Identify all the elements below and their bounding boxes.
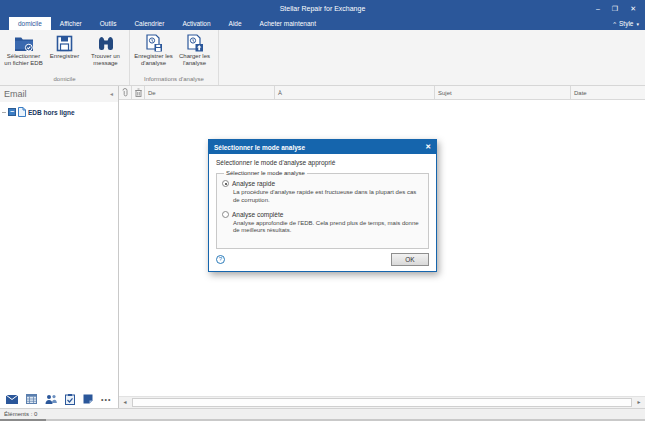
document-icon (18, 107, 26, 117)
button-label: Trouver un message (85, 53, 126, 67)
ribbon-group-domicile: Sélectionner un fichier EDB Enregistrer (0, 30, 130, 85)
option-label: Analyse complète (232, 211, 283, 218)
dialog-title-bar: Sélectionner le mode analyse ✕ (209, 140, 436, 154)
scroll-left-icon[interactable]: ◄ (119, 397, 131, 408)
scrollbar-thumb[interactable] (132, 398, 632, 407)
binoculars-icon (97, 33, 115, 52)
save-scan-info-button[interactable]: Enregistrer les d'analyse (133, 31, 174, 74)
tree-branch-line (2, 112, 6, 113)
tab-afficher[interactable]: Afficher (51, 17, 91, 30)
option-description: Analyse approfondie de l'EDB. Cela prend… (233, 220, 423, 236)
collapse-pane-icon[interactable]: ◄ (109, 91, 114, 97)
style-selector[interactable]: ^ Style ▾ (613, 17, 639, 30)
folder-check-icon (14, 33, 34, 52)
scan-mode-groupbox: Sélectionner le mode analyse Analyse rap… (216, 170, 429, 249)
option-description: La procédure d'analyse rapide est fructu… (233, 189, 423, 205)
contacts-module-icon[interactable] (45, 394, 57, 404)
ok-button[interactable]: OK (391, 253, 429, 266)
quick-scan-option[interactable]: Analyse rapide La procédure d'analyse ra… (222, 180, 423, 205)
deleted-column-header[interactable] (132, 86, 145, 99)
load-scan-info-button[interactable]: Charger les l'analyse (174, 31, 215, 74)
save-button[interactable]: Enregistrer (44, 31, 85, 74)
close-icon[interactable]: ✕ (630, 0, 636, 17)
dialog-footer: ? OK (209, 249, 436, 271)
help-icon[interactable]: ? (216, 255, 225, 264)
scan-load-icon (185, 33, 204, 52)
save-icon (56, 33, 73, 52)
column-header-from[interactable]: De (145, 86, 275, 99)
dialog-title: Sélectionner le mode analyse (214, 144, 305, 151)
module-switcher: ••• (0, 390, 118, 408)
maximize-icon[interactable]: ❐ (612, 0, 618, 17)
column-header-to[interactable]: À (275, 86, 435, 99)
tab-outils[interactable]: Outils (91, 17, 126, 30)
status-bar: Éléments : 0 (0, 408, 645, 419)
find-message-button[interactable]: Trouver un message (85, 31, 126, 74)
tab-domicile[interactable]: domicile (9, 17, 51, 30)
extensive-scan-option[interactable]: Analyse complète Analyse approfondie de … (222, 211, 423, 236)
window-controls: – ❐ ✕ (596, 0, 645, 17)
mailbox-tree: − EDB hors ligne (0, 102, 118, 390)
ribbon-group-label: Informations d'analyse (133, 74, 215, 85)
ribbon-group-scan-info: Enregistrer les d'analyse Charger les l'… (130, 30, 219, 85)
button-label: Enregistrer (50, 53, 79, 60)
ribbon: Sélectionner un fichier EDB Enregistrer (0, 30, 645, 86)
calendar-module-icon[interactable] (26, 394, 37, 404)
minimize-icon[interactable]: – (596, 0, 600, 17)
button-label: Enregistrer les d'analyse (133, 53, 174, 67)
tab-acheter-maintenant[interactable]: Acheter maintenant (251, 17, 325, 30)
select-edb-file-button[interactable]: Sélectionner un fichier EDB (3, 31, 44, 74)
attachment-column-header[interactable] (119, 86, 132, 99)
style-dropdown-icon: ▾ (636, 21, 639, 27)
tab-activation[interactable]: Activation (173, 17, 219, 30)
quick-scan-radio[interactable] (222, 180, 229, 187)
email-sidebar: Email ◄ − EDB hors ligne (0, 86, 119, 408)
mail-module-icon[interactable] (6, 395, 18, 404)
title-bar: Stellar Repair for Exchange – ❐ ✕ (0, 0, 645, 17)
collapse-ribbon-icon[interactable]: ^ (613, 21, 616, 27)
items-count: Éléments : 0 (4, 411, 37, 417)
tree-item-label: EDB hors ligne (28, 109, 75, 116)
sidebar-header: Email ◄ (0, 86, 118, 102)
button-label: Charger les l'analyse (174, 53, 215, 67)
trash-icon (135, 88, 142, 97)
column-header-subject[interactable]: Sujet (435, 86, 571, 99)
message-table-header: De À Sujet Date (119, 86, 645, 100)
scroll-right-icon[interactable]: ► (633, 397, 645, 408)
tree-item-edb-offline[interactable]: − EDB hors ligne (2, 107, 116, 117)
extensive-scan-radio[interactable] (222, 211, 229, 218)
tab-aide[interactable]: Aide (220, 17, 251, 30)
scan-save-icon (144, 33, 163, 52)
ribbon-tab-bar: domicile Afficher Outils Calendrier Acti… (0, 17, 645, 30)
notes-module-icon[interactable] (83, 394, 93, 404)
option-label: Analyse rapide (232, 180, 275, 187)
column-header-date[interactable]: Date (571, 86, 645, 99)
dialog-close-icon[interactable]: ✕ (425, 143, 431, 151)
button-label: Sélectionner un fichier EDB (3, 53, 44, 67)
tab-calendrier[interactable]: Calendrier (125, 17, 173, 30)
scan-mode-dialog: Sélectionner le mode analyse ✕ Sélection… (208, 139, 437, 272)
dialog-instruction: Sélectionner le mode d'analyse approprié (216, 159, 429, 166)
dialog-body: Sélectionner le mode d'analyse approprié… (209, 154, 436, 249)
more-modules-icon[interactable]: ••• (101, 396, 111, 403)
tree-collapse-icon[interactable]: − (8, 108, 16, 116)
app-window: { "window": { "title": "Stellar Repair f… (0, 0, 645, 421)
tasks-module-icon[interactable] (65, 394, 75, 405)
style-label: Style (619, 20, 633, 27)
attachment-icon (122, 88, 128, 97)
sidebar-title: Email (4, 89, 27, 99)
ribbon-group-label: domicile (3, 74, 126, 85)
groupbox-label: Sélectionner le mode analyse (224, 170, 307, 176)
horizontal-scrollbar[interactable]: ◄ ► (119, 396, 645, 408)
window-title: Stellar Repair for Exchange (0, 5, 645, 12)
